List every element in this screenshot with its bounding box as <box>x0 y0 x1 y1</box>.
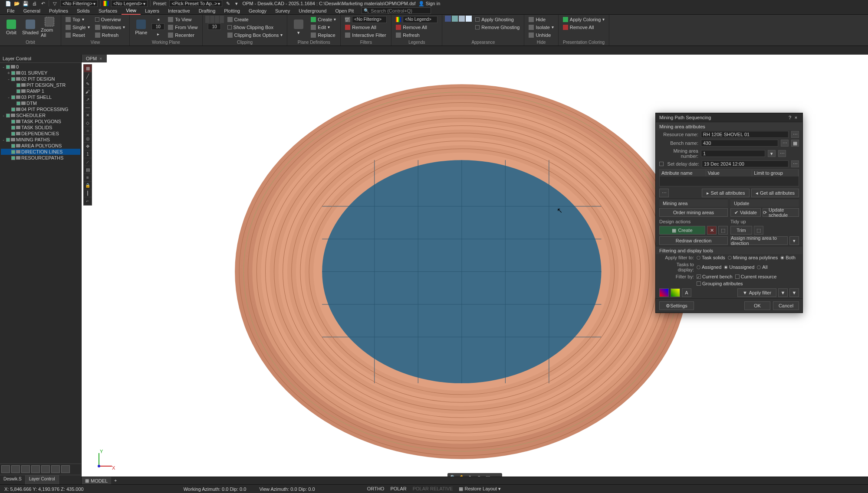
qat-open-icon[interactable]: 📂 <box>14 0 20 7</box>
status-polar[interactable]: POLAR <box>390 486 406 492</box>
getall-button[interactable]: ◂ Get all attributes <box>751 189 799 197</box>
vtool-angle-icon[interactable]: ⟋ <box>84 158 92 166</box>
filters-inter-button[interactable]: Interactive Filter <box>343 31 388 39</box>
vtool-end-icon[interactable]: ⌐ <box>84 197 92 205</box>
unhide-button[interactable]: Unhide <box>527 31 555 39</box>
pdef-edit-button[interactable]: Edit ▾ <box>309 23 338 31</box>
layer-02-pit-design[interactable]: -02 PIT DESIGN <box>1 76 80 82</box>
vtool-move-icon[interactable]: ✥ <box>84 143 92 150</box>
pdef-replace-button[interactable]: Replace <box>309 31 338 39</box>
create-opt-icon[interactable]: ⬚ <box>718 226 728 235</box>
vtool-select-icon[interactable]: ▦ <box>84 65 92 72</box>
menu-plotting[interactable]: Plotting <box>220 7 244 14</box>
ghost-button[interactable]: Apply Ghosting <box>473 16 521 23</box>
recenter-button[interactable]: Recenter <box>166 31 199 39</box>
filters-dd[interactable]: ▽<No Filtering> <box>343 16 388 23</box>
layer-tree[interactable]: -0+01 SURVEY-02 PIT DESIGN PIT DESIGN_ST… <box>0 63 81 464</box>
menu-drafting[interactable]: Drafting <box>194 7 220 14</box>
areanum-spin-icon[interactable]: ▾ <box>768 150 776 157</box>
dialog-close-icon[interactable]: × <box>793 115 799 120</box>
cancel-button[interactable]: Cancel <box>773 301 799 310</box>
qat-dd-icon[interactable]: ▾ <box>233 0 240 7</box>
orbit-button[interactable]: Orbit <box>3 16 20 39</box>
view-single-button[interactable]: Single ▾ <box>64 23 92 31</box>
attr-table[interactable]: Attribute nameValueLimit to group <box>659 169 799 186</box>
menu-open-pit[interactable]: Open Pit <box>331 7 358 14</box>
vtool-grid-icon[interactable]: ▤ <box>84 166 92 174</box>
layer-04-pit-processing[interactable]: 04 PIT PROCESSING <box>1 106 80 112</box>
layer-dependencies[interactable]: DEPENDENCIES <box>1 131 80 137</box>
ok-button[interactable]: OK <box>744 301 770 310</box>
close-tab-icon[interactable]: × <box>99 56 102 61</box>
clip-create-button[interactable]: Create <box>226 16 285 23</box>
qat-filter-dropdown[interactable]: <No Filtering> ▾ <box>60 0 98 7</box>
menu-polylines[interactable]: Polylines <box>45 7 72 14</box>
legends-refresh-button[interactable]: Refresh <box>394 31 439 39</box>
vtool-x-icon[interactable]: ✕ <box>84 111 92 119</box>
layer-scheduler[interactable]: -SCHEDULER <box>1 112 80 118</box>
radio-unassigned[interactable]: Unassigned <box>724 264 754 270</box>
bench-pick2-icon[interactable]: ▦ <box>791 140 799 147</box>
filter-opt1-icon[interactable]: ▼ <box>778 288 788 297</box>
menu-layers[interactable]: Layers <box>141 7 164 14</box>
thumb-2[interactable] <box>11 465 20 473</box>
view-reset-button[interactable]: Reset <box>64 31 92 39</box>
layer-resourcepaths[interactable]: RESOURCEPATHS <box>1 155 80 161</box>
areanum-pick-icon[interactable]: ⋯ <box>778 150 786 157</box>
assign-button[interactable]: Assign mining area to direction <box>730 236 788 245</box>
rghost-button[interactable]: Remove Ghosting <box>473 23 521 31</box>
view-top-button[interactable]: Top ▾ <box>64 16 92 23</box>
create-button[interactable]: ▦ Create <box>659 226 705 235</box>
appear-sw3[interactable] <box>459 16 465 22</box>
create-del-icon[interactable]: ✕ <box>707 226 717 235</box>
trim-opt-icon[interactable]: ⬚ <box>754 226 763 235</box>
menu-geology[interactable]: Geology <box>244 7 271 14</box>
layer-ramp-1[interactable]: RAMP 1 <box>1 88 80 94</box>
vtool-layers-icon[interactable]: ≡ <box>84 174 92 182</box>
qat-wand-icon[interactable]: ✎ <box>225 0 231 7</box>
layer-01-survey[interactable]: +01 SURVEY <box>1 70 80 76</box>
status-restore[interactable]: ▦ Restore Layout ▾ <box>459 486 501 492</box>
areanum-input[interactable] <box>701 150 765 157</box>
bench-pick-icon[interactable]: ⋯ <box>781 140 789 147</box>
status-prel[interactable]: POLAR RELATIVE <box>413 486 453 492</box>
qat-print-icon[interactable]: 🖨 <box>31 0 37 7</box>
thumb-1[interactable] <box>1 465 10 473</box>
thumb-4[interactable] <box>31 465 40 473</box>
chk-bench[interactable]: Current bench <box>697 274 733 279</box>
menu-surfaces[interactable]: Surfaces <box>94 7 122 14</box>
view-overview-button[interactable]: Overview <box>93 16 127 23</box>
validate-button[interactable]: ✔ Validate <box>730 208 761 217</box>
menu-general[interactable]: General <box>19 7 45 14</box>
wplane-prev-button[interactable]: ◂ <box>155 16 161 23</box>
filter-opt2-icon[interactable]: ▼ <box>789 288 799 297</box>
layer-03-pit-shell[interactable]: -03 PIT SHELL <box>1 94 80 100</box>
clip-opts-button[interactable]: Clipping Box Options ▾ <box>226 31 285 39</box>
thumb-7[interactable] <box>61 465 70 473</box>
layer-0[interactable]: -0 <box>1 64 80 70</box>
appear-sw1[interactable] <box>445 16 451 22</box>
thumb-3[interactable] <box>21 465 30 473</box>
menu-survey[interactable]: Survey <box>271 7 294 14</box>
vtool-target-icon[interactable]: ◎ <box>84 135 92 143</box>
clip-mode-1[interactable] <box>205 16 210 23</box>
qat-save-icon[interactable]: 💾 <box>23 0 29 7</box>
order-button[interactable]: Order mining areas <box>659 208 728 217</box>
legends-remove-button[interactable]: Remove All <box>394 23 439 31</box>
delay-pick-icon[interactable]: ⋯ <box>791 160 799 167</box>
chk-res[interactable]: Current resource <box>735 274 777 279</box>
resource-pick-icon[interactable]: ⋯ <box>791 131 799 138</box>
legends-dd[interactable]: <No Legend> <box>394 16 439 23</box>
layer-direction-lines[interactable]: DIRECTION LINES <box>1 149 80 155</box>
bench-input[interactable] <box>701 140 778 147</box>
trim-button[interactable]: Trim <box>730 226 752 235</box>
qat-undo-icon[interactable]: ↶ <box>40 0 46 7</box>
appear-sw4[interactable] <box>466 16 472 22</box>
applyfilter-button[interactable]: ▼ Apply filter <box>737 288 776 297</box>
vtool-pen-icon[interactable]: ✎ <box>84 80 92 88</box>
radio-poly[interactable]: Mining area polylines <box>728 255 778 260</box>
menu-interactive[interactable]: Interactive <box>164 7 194 14</box>
layer-dtm[interactable]: DTM <box>1 100 80 106</box>
clip-mode-3[interactable] <box>215 16 219 23</box>
model-tab[interactable]: ▦ MODEL <box>82 477 111 484</box>
